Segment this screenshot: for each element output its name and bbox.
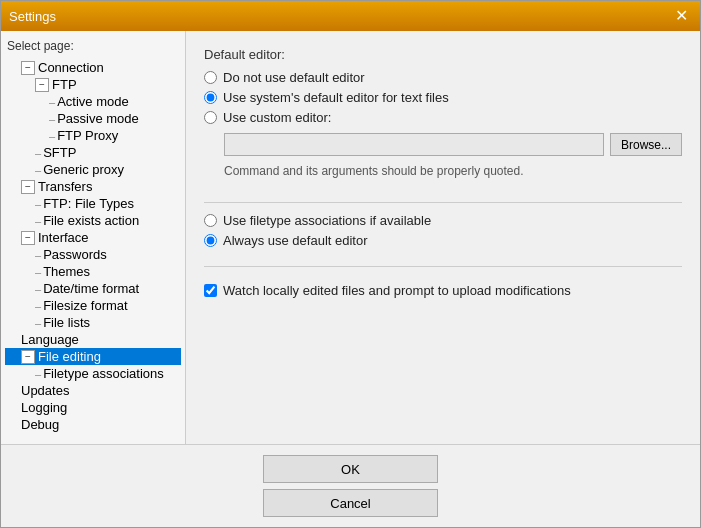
sidebar-item-filetype-associations[interactable]: –Filetype associations	[5, 365, 181, 382]
sidebar-item-label: Language	[21, 332, 79, 347]
radio-no-default-input[interactable]	[204, 71, 217, 84]
window-title: Settings	[9, 9, 56, 24]
radio-system-default-input[interactable]	[204, 91, 217, 104]
hint-text: Command and its arguments should be prop…	[224, 164, 682, 178]
sidebar-item-label: Passive mode	[57, 111, 139, 126]
radio-system-default-label: Use system's default editor for text fil…	[223, 90, 449, 105]
sidebar-item-ftp-file-types[interactable]: –FTP: File Types	[5, 195, 181, 212]
filetype-radio-group: Use filetype associations if available A…	[204, 213, 682, 248]
sidebar-item-label: Filetype associations	[43, 366, 164, 381]
sidebar-item-filesize-format[interactable]: –Filesize format	[5, 297, 181, 314]
sidebar-item-interface[interactable]: −Interface	[5, 229, 181, 246]
tree-expander[interactable]: −	[35, 78, 49, 92]
sidebar-item-label: Debug	[21, 417, 59, 432]
sidebar-item-label: File lists	[43, 315, 90, 330]
sidebar-item-passwords[interactable]: –Passwords	[5, 246, 181, 263]
sidebar-item-label: Transfers	[38, 179, 92, 194]
tree-connector: –	[35, 198, 41, 210]
sidebar-item-transfers[interactable]: −Transfers	[5, 178, 181, 195]
sidebar-item-file-lists[interactable]: –File lists	[5, 314, 181, 331]
tree-connector: –	[35, 147, 41, 159]
sidebar-item-label: File editing	[38, 349, 101, 364]
default-editor-label: Default editor:	[204, 47, 682, 62]
sidebar-item-file-exists-action[interactable]: –File exists action	[5, 212, 181, 229]
sidebar-item-sftp[interactable]: –SFTP	[5, 144, 181, 161]
close-button[interactable]: ✕	[671, 6, 692, 26]
watch-files-label: Watch locally edited files and prompt to…	[223, 283, 571, 298]
tree-connector: –	[35, 368, 41, 380]
sidebar-item-label: Updates	[21, 383, 69, 398]
sidebar-item-label: Passwords	[43, 247, 107, 262]
watch-files-checkbox[interactable]	[204, 284, 217, 297]
sidebar-item-debug[interactable]: Debug	[5, 416, 181, 433]
sidebar-item-themes[interactable]: –Themes	[5, 263, 181, 280]
browse-button[interactable]: Browse...	[610, 133, 682, 156]
radio-always-default: Always use default editor	[204, 233, 682, 248]
sidebar-item-language[interactable]: Language	[5, 331, 181, 348]
main-panel: Default editor: Do not use default edito…	[186, 31, 700, 444]
sidebar-item-label: Connection	[38, 60, 104, 75]
tree-connector: –	[49, 113, 55, 125]
sidebar-item-label: File exists action	[43, 213, 139, 228]
sidebar-item-label: FTP: File Types	[43, 196, 134, 211]
radio-custom-editor-input[interactable]	[204, 111, 217, 124]
cancel-button[interactable]: Cancel	[263, 489, 438, 517]
sidebar-item-ftp[interactable]: −FTP	[5, 76, 181, 93]
radio-always-default-label: Always use default editor	[223, 233, 368, 248]
sidebar-item-label: Active mode	[57, 94, 129, 109]
sidebar-item-active-mode[interactable]: –Active mode	[5, 93, 181, 110]
radio-no-default-label: Do not use default editor	[223, 70, 365, 85]
radio-filetype-assoc-input[interactable]	[204, 214, 217, 227]
tree-connector: –	[49, 96, 55, 108]
tree-expander[interactable]: −	[21, 231, 35, 245]
sidebar-item-ftp-proxy[interactable]: –FTP Proxy	[5, 127, 181, 144]
tree-connector: –	[35, 283, 41, 295]
tree-expander[interactable]: −	[21, 180, 35, 194]
content-area: Select page: −Connection−FTP–Active mode…	[1, 31, 700, 444]
sidebar-item-label: Filesize format	[43, 298, 128, 313]
ok-button[interactable]: OK	[263, 455, 438, 483]
tree-connector: –	[35, 164, 41, 176]
sidebar-item-label: SFTP	[43, 145, 76, 160]
tree-expander[interactable]: −	[21, 61, 35, 75]
custom-editor-row: Browse...	[224, 133, 682, 156]
tree-connector: –	[35, 300, 41, 312]
sidebar-item-label: Logging	[21, 400, 67, 415]
sidebar-item-label: Themes	[43, 264, 90, 279]
sidebar-item-label: FTP	[52, 77, 77, 92]
tree-connector: –	[35, 249, 41, 261]
sidebar-item-label: Generic proxy	[43, 162, 124, 177]
tree-connector: –	[35, 266, 41, 278]
radio-system-default: Use system's default editor for text fil…	[204, 90, 682, 105]
radio-filetype-assoc: Use filetype associations if available	[204, 213, 682, 228]
radio-custom-editor: Use custom editor:	[204, 110, 682, 125]
sidebar-item-datetime-format[interactable]: –Date/time format	[5, 280, 181, 297]
sidebar-item-logging[interactable]: Logging	[5, 399, 181, 416]
separator-1	[204, 202, 682, 203]
sidebar-item-label: Interface	[38, 230, 89, 245]
radio-always-default-input[interactable]	[204, 234, 217, 247]
sidebar-item-connection[interactable]: −Connection	[5, 59, 181, 76]
tree-expander[interactable]: −	[21, 350, 35, 364]
settings-window: Settings ✕ Select page: −Connection−FTP–…	[0, 0, 701, 528]
radio-filetype-assoc-label: Use filetype associations if available	[223, 213, 431, 228]
sidebar-item-file-editing[interactable]: −File editing	[5, 348, 181, 365]
sidebar-item-passive-mode[interactable]: –Passive mode	[5, 110, 181, 127]
sidebar-item-label: FTP Proxy	[57, 128, 118, 143]
sidebar-item-updates[interactable]: Updates	[5, 382, 181, 399]
sidebar-item-label: Date/time format	[43, 281, 139, 296]
title-bar: Settings ✕	[1, 1, 700, 31]
radio-no-default: Do not use default editor	[204, 70, 682, 85]
select-page-label: Select page:	[5, 39, 181, 53]
radio-custom-editor-label: Use custom editor:	[223, 110, 331, 125]
custom-editor-input[interactable]	[224, 133, 604, 156]
watch-files-row: Watch locally edited files and prompt to…	[204, 283, 682, 298]
tree-connector: –	[35, 215, 41, 227]
sidebar-item-generic-proxy[interactable]: –Generic proxy	[5, 161, 181, 178]
sidebar: Select page: −Connection−FTP–Active mode…	[1, 31, 186, 444]
bottom-bar: OK Cancel	[1, 444, 700, 527]
separator-2	[204, 266, 682, 267]
tree-connector: –	[49, 130, 55, 142]
tree-connector: –	[35, 317, 41, 329]
default-editor-radio-group: Do not use default editor Use system's d…	[204, 70, 682, 125]
